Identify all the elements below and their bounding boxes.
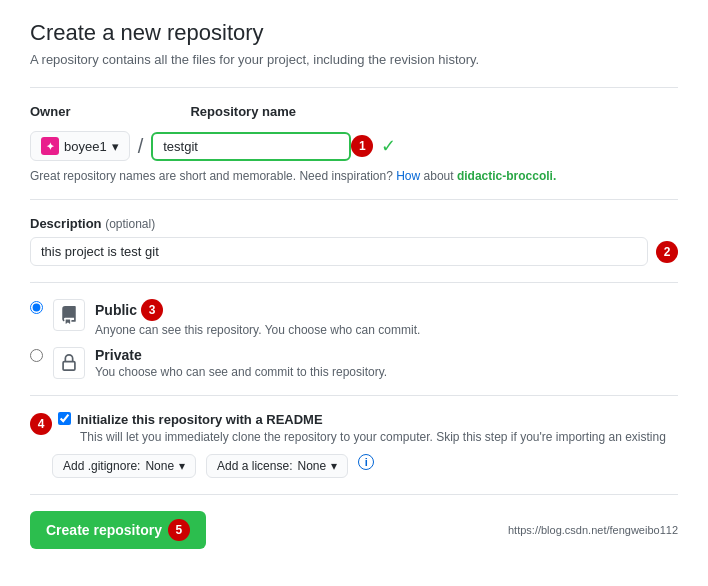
private-desc: You choose who can see and commit to thi… [95,365,678,379]
public-label: Public [95,302,137,318]
description-label: Description (optional) [30,216,678,231]
init-readme-checkbox[interactable] [58,412,71,425]
owner-dropdown[interactable]: ✦ boyee1 ▾ [30,131,130,161]
page-title: Create a new repository [30,20,678,46]
owner-label: Owner [30,104,70,119]
divider-2 [30,199,678,200]
step-5-badge: 5 [168,519,190,541]
dropdown-arrow-gitignore-icon: ▾ [179,459,185,473]
owner-avatar-icon: ✦ [41,137,59,155]
step-1-badge: 1 [351,135,373,157]
private-radio[interactable] [30,349,43,362]
init-readme-desc: This will let you immediately clone the … [80,430,666,444]
gitignore-dropdown[interactable]: Add .gitignore: None ▾ [52,454,196,478]
check-icon: ✓ [381,135,396,157]
private-label: Private [95,347,678,363]
repo-name-label: Repository name [190,104,295,119]
optional-tag: (optional) [105,217,155,231]
repo-name-input[interactable] [151,132,351,161]
owner-name: boyee1 [64,139,107,154]
step-3-badge: 3 [141,299,163,321]
page-subtitle: A repository contains all the files for … [30,52,678,67]
divider-3 [30,282,678,283]
how-link[interactable]: How [396,169,420,183]
step-4-badge: 4 [30,413,52,435]
public-option: Public 3 Anyone can see this repository.… [30,299,678,337]
public-desc: Anyone can see this repository. You choo… [95,323,678,337]
init-readme-label: Initialize this repository with a README [77,412,323,427]
csdn-link: https://blog.csdn.net/fengweibo112 [508,524,678,536]
public-icon [53,299,85,331]
step-2-badge: 2 [656,241,678,263]
info-icon[interactable]: i [358,454,374,470]
dropdown-arrow-icon: ▾ [112,139,119,154]
divider-4 [30,395,678,396]
create-repo-button[interactable]: Create repository 5 [30,511,206,549]
dropdown-arrow-license-icon: ▾ [331,459,337,473]
public-radio[interactable] [30,301,43,314]
create-repo-label: Create repository [46,522,162,538]
description-input[interactable] [30,237,648,266]
slash-divider: / [138,135,144,158]
private-icon [53,347,85,379]
license-dropdown[interactable]: Add a license: None ▾ [206,454,348,478]
divider-5 [30,494,678,495]
divider-1 [30,87,678,88]
repo-suggestion: didactic-broccoli. [457,169,556,183]
private-option: Private You choose who can see and commi… [30,347,678,379]
repo-name-hint: Great repository names are short and mem… [30,169,678,183]
